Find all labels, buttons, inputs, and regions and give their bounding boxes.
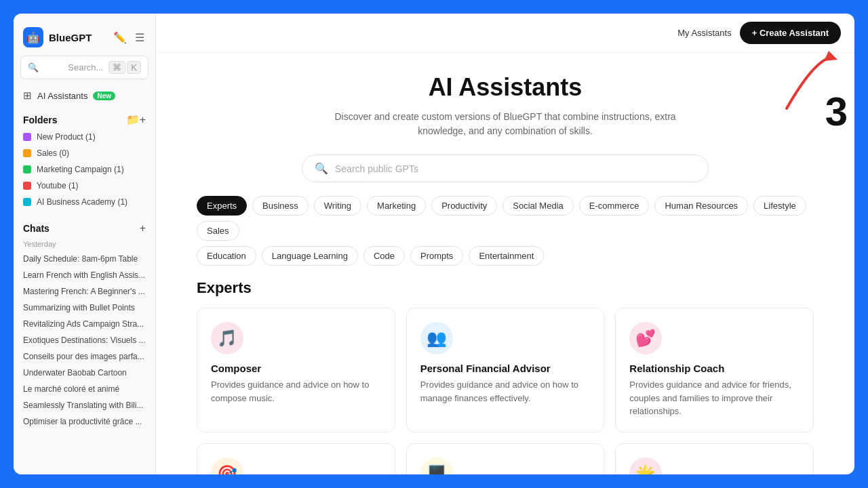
filter-productivity[interactable]: Productivity — [431, 196, 497, 216]
card-financial-advisor[interactable]: 👥 Personal Financial Advisor Provides gu… — [406, 308, 605, 432]
search-label: Search... — [68, 62, 103, 73]
new-badge: New — [93, 92, 115, 100]
page-subtitle: Discover and create custom versions of B… — [197, 110, 814, 138]
folder-label: Marketing Campaign (1) — [37, 165, 124, 174]
folder-dot — [23, 149, 31, 157]
card-avatar: 🌟 — [629, 458, 662, 475]
filter-lifestyle[interactable]: Lifestyle — [753, 196, 806, 216]
public-gpt-search[interactable]: 🔍 — [302, 155, 709, 182]
my-assistants-button[interactable]: My Assistants — [677, 28, 731, 38]
card-desc: Provides guidance and advice for friends… — [629, 378, 800, 418]
card-composer[interactable]: 🎵 Composer Provides guidance and advice … — [197, 308, 395, 432]
chat-item[interactable]: Le marché coloré et animé — [14, 381, 155, 397]
chat-item[interactable]: Revitalizing Ads Campaign Stra... — [14, 316, 155, 332]
search-icon: 🔍 — [28, 62, 62, 73]
folder-label: New Product (1) — [37, 132, 96, 142]
filter-business[interactable]: Business — [252, 196, 309, 216]
top-bar: My Assistants + Create Assistant — [156, 14, 854, 53]
kbd-k: K — [127, 61, 141, 74]
sidebar-header: 🤖 BlueGPT ✏️ ☰ — [14, 22, 155, 56]
folder-label: Sales (0) — [37, 148, 69, 158]
folder-label: AI Business Academy (1) — [37, 197, 127, 207]
card-desc: Provides guidance and advice on how to c… — [211, 378, 381, 405]
folder-dot — [23, 182, 31, 190]
folder-dot — [23, 165, 31, 174]
filter-human-resources[interactable]: Human Resources — [654, 196, 748, 216]
assistants-icon: ⊞ — [23, 89, 32, 102]
chat-item[interactable]: Mastering French: A Beginner's ... — [14, 283, 155, 300]
folder-label: Youtube (1) — [37, 181, 79, 190]
cards-grid: 🎵 Composer Provides guidance and advice … — [197, 308, 814, 474]
category-title: Experts — [197, 279, 814, 297]
search-box[interactable]: 🔍 Search... ⌘ K — [20, 56, 149, 79]
page-title: AI Assistants — [197, 73, 814, 102]
card-avatar: 🎯 — [211, 458, 243, 475]
chat-date-label: Yesterday — [14, 237, 155, 251]
filter-writing[interactable]: Writing — [314, 196, 361, 216]
card-life-coach[interactable]: 🌟 Life Coach Provides guidance and advic… — [615, 443, 814, 475]
search-shortcut: ⌘ K — [108, 61, 141, 74]
logo-area: 🤖 BlueGPT — [23, 27, 92, 47]
filter-row-1: Experts Business Writing Marketing Produ… — [197, 196, 814, 241]
chat-item[interactable]: Exotiques Destinations: Visuels ... — [14, 332, 155, 348]
folder-sales[interactable]: Sales (0) — [14, 145, 155, 161]
logo-icon: 🤖 — [23, 27, 43, 47]
filter-prompts[interactable]: Prompts — [410, 246, 463, 266]
filter-social-media[interactable]: Social Media — [502, 196, 573, 216]
filter-education[interactable]: Education — [197, 246, 256, 266]
folders-title: Folders — [23, 115, 58, 125]
chats-section: Chats + Yesterday Daily Schedule: 8am-6p… — [14, 216, 155, 430]
card-relationship-coach[interactable]: 💕 Relationship Coach Provides guidance a… — [615, 308, 814, 432]
filter-row-2: Education Language Learning Code Prompts… — [197, 246, 814, 266]
card-avatar: 👥 — [420, 322, 453, 354]
chat-item[interactable]: Conseils pour des images parfa... — [14, 348, 155, 365]
card-career-counselor[interactable]: 🎯 Career Counselor Provides guidance and… — [197, 443, 395, 475]
chat-item[interactable]: Learn French with English Assis... — [14, 267, 155, 283]
main-content: My Assistants + Create Assistant AI Assi… — [156, 14, 854, 474]
card-avatar: 🎵 — [211, 322, 243, 354]
chat-item[interactable]: Daily Schedule: 8am-6pm Table — [14, 251, 155, 267]
folder-dot — [23, 198, 31, 206]
search-icon: 🔍 — [315, 162, 328, 175]
filter-marketing[interactable]: Marketing — [367, 196, 426, 216]
card-name: Composer — [211, 363, 381, 374]
menu-icon[interactable]: ☰ — [134, 30, 146, 45]
folder-new-product[interactable]: New Product (1) — [14, 129, 155, 145]
edit-icon[interactable]: ✏️ — [112, 30, 128, 45]
chat-item[interactable]: Optimiser la productivité grâce ... — [14, 413, 155, 430]
chat-item[interactable]: Summarizing with Bullet Points — [14, 300, 155, 316]
add-folder-button[interactable]: 📁+ — [126, 113, 146, 126]
app-name: BlueGPT — [49, 32, 92, 43]
add-chat-button[interactable]: + — [140, 222, 146, 235]
folder-youtube[interactable]: Youtube (1) — [14, 178, 155, 194]
sidebar: 🤖 BlueGPT ✏️ ☰ 🔍 Search... ⌘ K ⊞ AI Assi… — [14, 14, 156, 474]
folder-dot — [23, 133, 31, 141]
search-input[interactable] — [335, 163, 696, 174]
filter-language-learning[interactable]: Language Learning — [262, 246, 358, 266]
chats-title: Chats — [23, 223, 50, 234]
filter-experts[interactable]: Experts — [197, 196, 247, 216]
card-name: Relationship Coach — [629, 363, 800, 374]
content-area: AI Assistants Discover and create custom… — [156, 53, 854, 474]
card-avatar: 💕 — [629, 322, 662, 354]
card-avatar: 🖥️ — [420, 458, 453, 475]
nav-ai-assistants[interactable]: ⊞ AI Assistants New — [14, 85, 155, 106]
filter-entertainment[interactable]: Entertainment — [469, 246, 544, 266]
nav-assistants-label: AI Assistants — [37, 91, 87, 101]
chat-item[interactable]: Seamlessly Translating with Bili... — [14, 397, 155, 413]
kbd-cmd: ⌘ — [108, 61, 125, 74]
sidebar-actions: ✏️ ☰ — [112, 30, 146, 45]
folders-section-header: Folders 📁+ — [14, 106, 155, 129]
card-name: Personal Financial Advisor — [420, 363, 591, 374]
folder-ai-business[interactable]: AI Business Academy (1) — [14, 194, 155, 210]
chat-item[interactable]: Underwater Baobab Cartoon — [14, 365, 155, 381]
create-assistant-button[interactable]: + Create Assistant — [740, 22, 841, 44]
folder-marketing[interactable]: Marketing Campaign (1) — [14, 161, 155, 178]
chats-section-header: Chats + — [14, 216, 155, 237]
filter-ecommerce[interactable]: E-commerce — [579, 196, 650, 216]
filter-code[interactable]: Code — [363, 246, 405, 266]
filter-sales[interactable]: Sales — [197, 221, 239, 241]
card-web-design[interactable]: 🖥️ Web Design Consultant Gives tips and … — [406, 443, 605, 475]
card-desc: Provides guidance and advice on how to m… — [420, 378, 591, 405]
